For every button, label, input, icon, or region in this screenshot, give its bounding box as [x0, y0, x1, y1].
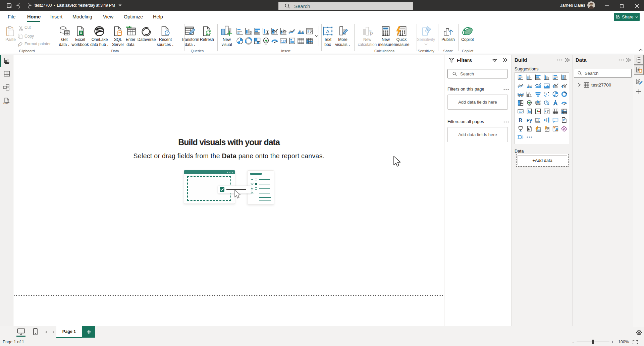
- svg-text:Py: Py: [527, 118, 532, 123]
- svg-text:A: A: [326, 28, 329, 34]
- svg-text:fx: fx: [370, 30, 373, 36]
- svg-text:DAX: DAX: [3, 102, 9, 105]
- svg-text:R: R: [519, 117, 523, 123]
- svg-text:X: X: [80, 31, 83, 35]
